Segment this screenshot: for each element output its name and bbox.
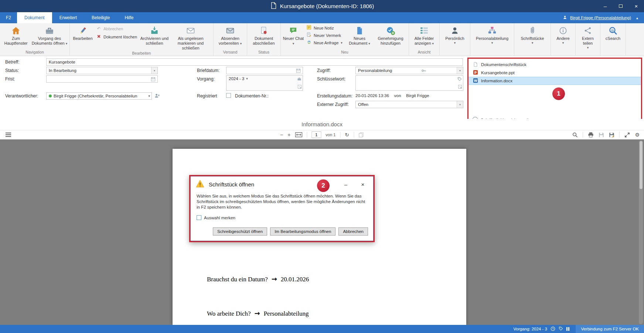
chevron-down-icon: ▾ (587, 46, 589, 49)
calendar-icon[interactable] (151, 77, 157, 82)
close-button[interactable]: × (628, 0, 644, 12)
abbrechen-button[interactable]: Abbrechen (338, 227, 368, 236)
registriert-checkbox[interactable] (226, 93, 231, 98)
document-line: Brauchst du ein Datum? → 20.01.2026 (207, 275, 309, 283)
button-label: Andere (556, 36, 569, 41)
betreff-field[interactable] (46, 58, 463, 66)
minimize-button[interactable]: – (597, 0, 613, 12)
save-icon[interactable] (599, 132, 604, 138)
scrollbar-thumb[interactable] (640, 141, 643, 189)
user-icon (563, 15, 567, 21)
schluesselwort-field[interactable] (355, 75, 463, 91)
dialog-annotation-frame: Schriftstück öffnen 2 – × Wählen Sie aus… (189, 175, 375, 242)
verantwortlicher-dropdown[interactable]: Birgit Frigge (Chefsekretär, Personalabt… (46, 92, 152, 100)
alle-felder-button[interactable]: Alle Felder anzeigen ▾ (410, 23, 438, 49)
andere-button[interactable]: Andere ▾ (552, 23, 574, 49)
tab-erweitert[interactable]: Erweitert (52, 12, 84, 23)
bearbeitungsmodus-oeffnen-button[interactable]: Im Bearbeitungsmodus öffnen (270, 227, 335, 236)
dokument-loeschen-button[interactable]: Dokument löschen (96, 34, 138, 40)
vorgang-oeffnen-button[interactable]: Vorgang des Dokuments öffnen ▾ (31, 23, 68, 49)
extern-teilen-button[interactable]: Extern teilen ▾ (577, 23, 599, 49)
collapse-ribbon-icon[interactable]: ▴ (634, 16, 640, 20)
zoom-in-button[interactable]: + (287, 132, 290, 138)
tag-icon (457, 77, 462, 82)
attachment-row[interactable]: Dokumentenschriftstück (468, 61, 641, 69)
dokument-abschliessen-button[interactable]: Dokument abschließen (248, 23, 279, 49)
button-label: cSearch (606, 36, 620, 41)
button-label: Neuer Chat (283, 36, 304, 41)
archivieren-button[interactable]: Archivieren und schließen (140, 23, 169, 51)
dialog-close-button[interactable]: × (359, 181, 367, 188)
zoom-out-button[interactable]: − (280, 132, 283, 138)
page-number-input[interactable] (312, 132, 321, 138)
chevron-down-icon[interactable]: ▾ (457, 101, 463, 108)
csearch-button[interactable]: @ cSearch (602, 23, 624, 49)
zugriff-dropdown[interactable]: Personalabteilung ▾ (355, 67, 463, 74)
current-user-link[interactable]: Birgit Frigge (Personalabteilung) (570, 16, 631, 20)
chevron-down-icon[interactable]: ▾ (147, 94, 151, 98)
f2-menu-button[interactable]: F2 (0, 12, 17, 23)
zum-hauptfenster-button[interactable]: Zum Hauptfenster (1, 23, 31, 49)
schriftstuecke-button[interactable]: Schriftstücke ▾ (515, 23, 549, 49)
neuer-vermerk-button[interactable]: Neuer Vermerk (306, 32, 344, 38)
gear-icon[interactable]: ⚙ (635, 132, 640, 138)
user-area: Birgit Frigge (Personalabteilung) ▴ (563, 12, 644, 23)
genehmigung-button[interactable]: Genehmigung hinzufügen (374, 23, 408, 49)
rotate-icon[interactable]: ↻ (345, 132, 349, 138)
chevron-down-icon[interactable]: ▾ (246, 77, 248, 80)
neue-anfrage-button[interactable]: Neue Anfrage ▾ (306, 40, 344, 45)
frist-field[interactable] (46, 75, 158, 83)
save-as-icon[interactable] (609, 132, 614, 138)
add-participant-icon[interactable] (154, 93, 160, 100)
tab-dokument[interactable]: Dokument (17, 12, 52, 23)
tag-icon[interactable] (559, 326, 563, 332)
erstellungsdatum-datetime: 20-01-2026 13:36 (355, 93, 389, 98)
abbrechen-button[interactable]: ↶ Abbrechen (96, 26, 138, 31)
document-question: Brauchst du ein Datum? (207, 276, 268, 283)
briefdatum-field[interactable] (226, 67, 303, 74)
calendar-icon[interactable] (296, 68, 303, 73)
attachment-row-selected[interactable]: W Information.docx (468, 77, 641, 85)
pause-icon[interactable] (566, 327, 570, 331)
neues-dokument-button[interactable]: Neues Dokument ▾ (345, 23, 374, 49)
button-label: Alle Felder anzeigen (415, 36, 434, 45)
absenden-vorbereiten-button[interactable]: Absenden vorbereiten ▾ (215, 23, 246, 49)
clock-icon[interactable] (551, 326, 555, 332)
maximize-button[interactable] (613, 0, 628, 12)
document-icon (270, 2, 276, 10)
chat-bubble-icon (289, 25, 298, 36)
dialog-minimize-button[interactable]: – (342, 181, 350, 188)
button-label: Abbrechen (103, 27, 123, 31)
attachment-row[interactable]: P Kursangebote.ppt (468, 69, 641, 77)
fit-width-icon[interactable] (295, 132, 302, 137)
fullscreen-icon[interactable] (624, 132, 630, 138)
print-icon[interactable] (588, 132, 594, 138)
two-pages-icon[interactable] (358, 132, 364, 138)
vorgang-field[interactable]: 2024 - 3 ▾ (226, 75, 303, 91)
status-dropdown[interactable]: In Bearbeitung ▾ (46, 67, 158, 74)
ungelesen-markieren-button[interactable]: Als ungelesen markieren und schließen (169, 23, 212, 51)
betreff-input[interactable] (49, 60, 463, 64)
envelope-icon (186, 25, 195, 36)
tab-beteiligte[interactable]: Beteiligte (84, 12, 117, 23)
expand-field-icon[interactable] (297, 85, 302, 90)
neuer-chat-button[interactable]: Neuer Chat ▾ (282, 23, 305, 49)
chevron-down-icon[interactable]: ▾ (151, 67, 157, 74)
schreibgeschuetzt-oeffnen-button[interactable]: Schreibgeschützt öffnen (213, 227, 267, 236)
thumbnails-menu-icon[interactable] (5, 132, 11, 137)
neue-notiz-button[interactable]: Neue Notiz (306, 25, 344, 31)
persoenlich-button[interactable]: Persönlich ▾ (441, 23, 469, 49)
word-file-icon: W (473, 78, 478, 84)
search-icon[interactable] (572, 132, 578, 138)
bearbeiten-button[interactable]: Bearbeiten (71, 23, 95, 51)
externer-zugriff-dropdown[interactable]: Offen ▾ (355, 101, 463, 108)
personalabteilung-button[interactable]: Personalabteilung ▾ (471, 23, 513, 49)
button-label: Als ungelesen markieren und schließen (169, 36, 212, 51)
vertical-scrollbar[interactable] (639, 140, 643, 324)
page-number-field[interactable] (311, 131, 321, 138)
expand-field-icon[interactable] (458, 85, 462, 90)
betreff-label: Betreff: (5, 59, 19, 65)
chevron-down-icon[interactable]: ▾ (457, 67, 463, 74)
tab-hilfe[interactable]: Hilfe (117, 12, 141, 23)
remember-choice-checkbox[interactable] (197, 215, 201, 220)
